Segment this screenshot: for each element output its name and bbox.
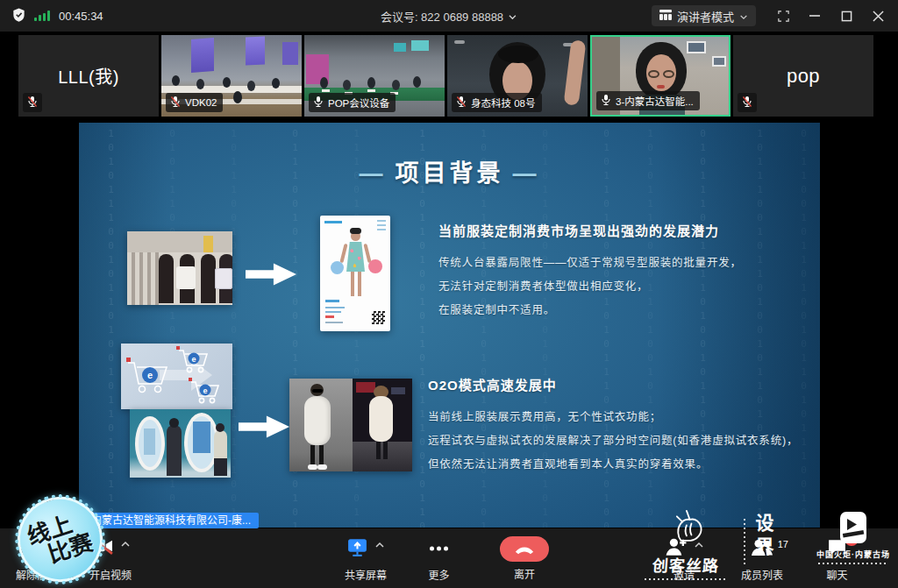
unmute-button[interactable]: 解除静音 (16, 536, 58, 582)
close-button[interactable] (865, 4, 891, 28)
chevron-down-icon (508, 10, 517, 23)
participant-name: 身态科技 08号 (471, 96, 536, 110)
qr-code (372, 311, 385, 324)
meeting-timer: 00:45:34 (59, 10, 103, 23)
mic-muted-icon (742, 96, 752, 110)
invite-button[interactable]: 邀请 (664, 536, 704, 582)
presentation-slide: —项目背景— (79, 123, 820, 528)
participant-tile-pop-device[interactable]: POP会议设备 (304, 35, 445, 117)
slide-section-2: O2O模式高速发展中 当前线上服装展示费用高，无个性试衣功能； 远程试衣与虚拟试… (428, 375, 798, 477)
maximize-button[interactable] (833, 4, 859, 28)
white-coat-street-photos (289, 379, 412, 471)
svg-text:e: e (147, 370, 153, 380)
participant-tile-vdk02[interactable]: VDK02 (161, 35, 302, 117)
active-speaker-name-tag: 内蒙古达智能源科技有限公司-康... (83, 513, 259, 528)
share-screen-button[interactable]: 共享屏幕 (345, 536, 387, 582)
mute-indicator (738, 93, 757, 112)
chevron-up-icon[interactable] (45, 540, 55, 552)
shared-screen-area: —项目背景— (0, 120, 898, 528)
meeting-id[interactable]: 会议号: 822 0689 88888 (381, 8, 517, 25)
participant-tile-lll[interactable]: LLL(我) (18, 35, 159, 117)
mic-muted-icon (170, 96, 181, 110)
leave-phone-icon[interactable] (500, 536, 549, 562)
mic-active-icon (313, 96, 324, 110)
participant-label: 身态科技 08号 (452, 93, 542, 112)
mic-active-icon (601, 94, 611, 108)
participant-tile-neimenggu-active-speaker[interactable]: 3-内蒙古达智能... (590, 35, 731, 117)
start-video-button[interactable]: 开启视频 (89, 536, 132, 582)
mute-indicator (23, 93, 42, 112)
mic-muted-icon (456, 96, 467, 110)
fitting-mirror-kiosk-photo (130, 409, 231, 478)
fullscreen-button[interactable] (770, 4, 796, 28)
chat-button[interactable]: 7 聊天 (826, 536, 848, 582)
slide-section-1: 当前服装定制消费市场呈现出强劲的发展潜力 传统人台暴露局限性——仅适于常规号型服… (438, 221, 742, 322)
mic-muted-icon (19, 536, 39, 561)
meeting-app-window: 00:45:34 会议号: 822 0689 88888 演讲者模式 (0, 0, 898, 588)
shield-icon (12, 8, 25, 25)
virtual-fitting-app-card (320, 216, 390, 331)
participant-strip: LLL(我) VDK02 (0, 32, 898, 120)
chevron-down-icon (739, 10, 748, 23)
camera-off-icon (90, 536, 114, 558)
participant-tile-shentai[interactable]: 身态科技 08号 (447, 35, 588, 117)
minimize-button[interactable] (802, 4, 828, 28)
layout-grid-icon (659, 10, 672, 23)
chevron-up-icon[interactable] (374, 539, 385, 551)
participant-label: VDK02 (166, 93, 223, 112)
participant-tile-pop[interactable]: pop (733, 35, 873, 117)
chevron-up-icon[interactable] (694, 539, 704, 551)
members-icon (750, 536, 774, 561)
mic-muted-icon (27, 96, 38, 110)
chat-unread-badge: 7 (845, 532, 859, 546)
leave-button[interactable]: 离开 (500, 536, 549, 581)
share-screen-icon (346, 536, 368, 561)
arrow-right (239, 414, 289, 440)
meeting-toolbar: 解除静音 开启视频 共享屏幕 更多 离开 (0, 528, 898, 588)
online-shopping-carts-photo: e e e (121, 344, 232, 409)
svg-text:e: e (203, 386, 207, 395)
svg-text:e: e (191, 355, 196, 364)
participant-name: POP会议设备 (328, 96, 389, 110)
more-dots-icon (427, 538, 451, 562)
invite-person-plus-icon (664, 536, 688, 561)
title-bar: 00:45:34 会议号: 822 0689 88888 演讲者模式 (0, 0, 898, 32)
network-signal-icon (34, 11, 50, 21)
participant-name: 3-内蒙古达智能... (616, 94, 694, 108)
arrow-right (246, 261, 296, 287)
participant-label: POP会议设备 (309, 93, 396, 112)
chevron-up-icon[interactable] (120, 538, 131, 550)
participant-name: VDK02 (185, 97, 217, 108)
view-mode-dropdown[interactable]: 演讲者模式 (652, 5, 756, 26)
participant-label: 3-内蒙古达智能... (596, 91, 700, 110)
member-list-button[interactable]: 17 成员列表 (741, 536, 783, 582)
member-count: 17 (778, 539, 788, 549)
slide-title: —项目背景— (79, 154, 820, 188)
clothing-store-photo (127, 231, 232, 305)
more-button[interactable]: 更多 (427, 536, 451, 582)
